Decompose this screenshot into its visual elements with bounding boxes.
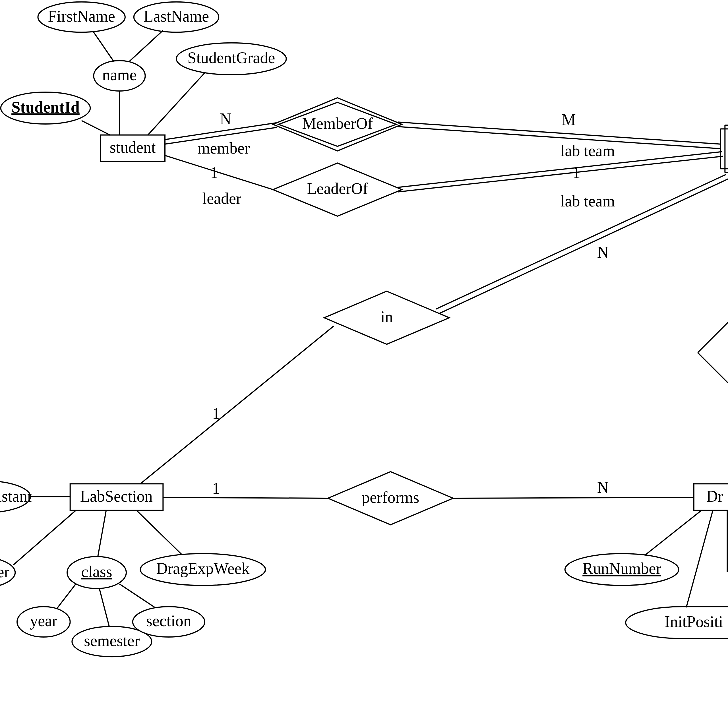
attribute-dragexpweek-label: DragExpWeek bbox=[156, 560, 249, 577]
label-labteam-memberof: lab team bbox=[560, 142, 615, 159]
edge-section-class bbox=[119, 584, 156, 608]
attribute-studentgrade-label: StudentGrade bbox=[187, 49, 275, 67]
edge-in-labsection bbox=[140, 326, 333, 484]
relationship-in: in bbox=[324, 291, 449, 344]
edge-memberof-labteam bbox=[398, 122, 720, 148]
edge-ber-labsection bbox=[13, 511, 76, 565]
edge-class-labsection bbox=[98, 511, 106, 557]
edge-student-leaderof bbox=[165, 156, 273, 190]
relationship-performs: performs bbox=[328, 472, 453, 525]
label-memberof-m: M bbox=[562, 111, 576, 128]
attribute-initposition: InitPositi bbox=[626, 607, 728, 638]
relationship-in-label: in bbox=[381, 308, 393, 326]
entity-student: student bbox=[100, 135, 165, 162]
attribute-year: year bbox=[17, 607, 70, 637]
relationship-leaderof-label: LeaderOf bbox=[307, 180, 368, 197]
entity-student-label: student bbox=[110, 139, 156, 156]
relationship-leaderof: LeaderOf bbox=[273, 163, 402, 216]
svg-line-29 bbox=[697, 322, 728, 353]
attribute-name-label: name bbox=[102, 66, 136, 84]
edge-initposition-dr bbox=[686, 511, 713, 607]
edge-runnumber-dr bbox=[645, 511, 702, 556]
attribute-dragexpweek: DragExpWeek bbox=[140, 554, 265, 586]
entity-labteam-fragment bbox=[720, 125, 728, 173]
attribute-studentid-label: StudentId bbox=[11, 98, 80, 116]
attribute-section: section bbox=[133, 607, 205, 637]
label-labteam-leaderof: lab team bbox=[560, 192, 615, 210]
svg-line-24 bbox=[398, 151, 722, 187]
entity-labsection-label: LabSection bbox=[80, 488, 153, 505]
edge-year-class bbox=[57, 584, 76, 609]
attribute-class: class bbox=[67, 557, 126, 588]
attribute-runnumber: RunNumber bbox=[565, 554, 679, 586]
attribute-lastname-label: LastName bbox=[144, 8, 209, 25]
attribute-runnumber-label: RunNumber bbox=[583, 560, 661, 577]
label-in-n: N bbox=[597, 243, 609, 261]
er-diagram: FirstName LastName name StudentGrade Stu… bbox=[0, 0, 728, 728]
edge-performs-dr bbox=[453, 497, 694, 498]
attribute-studentid: StudentId bbox=[1, 92, 90, 124]
relationship-memberof: MemberOf bbox=[273, 98, 402, 151]
attribute-name: name bbox=[93, 61, 145, 91]
label-memberof-n: N bbox=[220, 110, 231, 128]
attribute-year-label: year bbox=[30, 612, 57, 630]
edge-semester-class bbox=[99, 588, 109, 626]
relationship-memberof-label: MemberOf bbox=[302, 115, 373, 132]
relationship-fragment-right bbox=[697, 322, 728, 383]
edge-labsection-performs bbox=[163, 497, 328, 498]
attribute-firstname: FirstName bbox=[38, 2, 125, 32]
svg-line-3 bbox=[93, 31, 114, 61]
label-in-1: 1 bbox=[212, 405, 220, 422]
attribute-class-label: class bbox=[81, 563, 112, 580]
attribute-semester-label: semester bbox=[84, 632, 140, 650]
label-leaderof-1-right: 1 bbox=[572, 164, 580, 181]
attribute-lastname: LastName bbox=[134, 2, 219, 32]
attribute-assistant-label: ssistant bbox=[0, 488, 32, 505]
attribute-ber-label: ber bbox=[0, 563, 9, 581]
label-leader-role: leader bbox=[202, 190, 242, 207]
label-leaderof-1-left: 1 bbox=[210, 164, 218, 181]
entity-labsection: LabSection bbox=[70, 484, 163, 510]
relationship-performs-label: performs bbox=[362, 489, 419, 506]
attribute-firstname-label: FirstName bbox=[48, 8, 115, 25]
attribute-studentgrade: StudentGrade bbox=[176, 43, 286, 75]
svg-line-9 bbox=[82, 121, 110, 135]
svg-line-25 bbox=[398, 156, 723, 192]
svg-line-23 bbox=[398, 127, 720, 148]
svg-line-22 bbox=[398, 122, 720, 144]
label-member-role: member bbox=[198, 139, 250, 157]
entity-dr-label: Dr bbox=[707, 488, 723, 505]
svg-line-30 bbox=[697, 353, 728, 383]
svg-line-4 bbox=[129, 31, 163, 62]
attribute-section-label: section bbox=[146, 612, 191, 630]
entity-dr: Dr bbox=[694, 484, 728, 510]
attribute-ber: ber bbox=[0, 557, 15, 588]
attribute-assistant: ssistant bbox=[0, 481, 32, 513]
edge-dragexpweek-labsection bbox=[136, 511, 182, 555]
attribute-initposition-label: InitPositi bbox=[665, 613, 723, 630]
label-performs-1: 1 bbox=[212, 479, 220, 497]
svg-line-10 bbox=[148, 73, 205, 135]
label-performs-n: N bbox=[597, 479, 609, 496]
